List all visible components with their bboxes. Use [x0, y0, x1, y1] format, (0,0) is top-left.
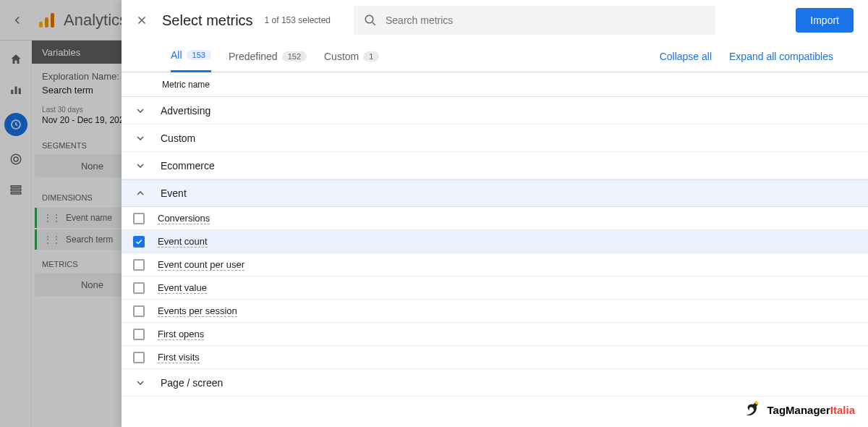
import-button[interactable]: Import [796, 8, 854, 33]
metric-row[interactable]: Event value [122, 276, 868, 300]
svg-rect-1 [45, 17, 48, 28]
bird-icon [743, 399, 763, 420]
back-button[interactable] [0, 0, 35, 41]
svg-rect-5 [18, 88, 20, 94]
chip-label: Event name [66, 213, 112, 223]
chevron-up-icon [133, 187, 148, 199]
metric-group-row[interactable]: Custom [122, 124, 868, 152]
metric-label: First opens [158, 329, 204, 340]
product-title: Analytics [64, 11, 127, 30]
tab-label: Predefined [229, 51, 278, 62]
group-name: Advertising [161, 105, 210, 117]
svg-rect-11 [11, 193, 21, 194]
checkbox[interactable] [133, 236, 145, 248]
column-header-metric-name: Metric name [122, 72, 868, 97]
search-icon [364, 14, 377, 27]
group-name: Custom [161, 132, 195, 144]
metric-row[interactable]: Event count per user [122, 253, 868, 276]
collapse-all-link[interactable]: Collapse all [660, 51, 712, 62]
group-name: Event [161, 187, 187, 199]
metric-label: Events per session [158, 305, 237, 317]
metric-row[interactable]: First opens [122, 323, 868, 346]
metric-label: Event count [158, 236, 208, 248]
left-nav-rail [0, 41, 32, 427]
explore-icon[interactable] [4, 113, 27, 136]
advertising-icon[interactable] [9, 152, 23, 166]
metric-list: AdvertisingCustomEcommerceEventConversio… [122, 97, 868, 427]
checkbox[interactable] [133, 259, 145, 271]
metric-label: First visits [158, 352, 200, 363]
svg-rect-4 [14, 87, 17, 95]
chevron-down-icon [133, 377, 148, 389]
select-metrics-dialog: Select metrics 1 of 153 selected Import … [122, 0, 868, 427]
checkbox[interactable] [133, 329, 145, 340]
analytics-logo-icon [38, 12, 55, 29]
ga-logo-lockup: Analytics [35, 11, 127, 30]
tab-count: 152 [282, 51, 307, 62]
chip-label: Search term [66, 234, 113, 245]
metric-row[interactable]: Conversions [122, 207, 868, 230]
metric-label: Event count per user [158, 259, 244, 271]
svg-point-7 [11, 154, 21, 164]
metric-group-row[interactable]: Page / screen [122, 369, 868, 397]
metric-label: Event value [158, 282, 207, 294]
tab-all[interactable]: All 153 [171, 41, 211, 72]
metric-label: Conversions [158, 213, 210, 224]
metric-group-row[interactable]: Ecommerce [122, 152, 868, 179]
configure-icon[interactable] [9, 182, 23, 197]
metric-row[interactable]: Events per session [122, 300, 868, 323]
chevron-down-icon [133, 132, 148, 144]
checkbox[interactable] [133, 213, 145, 224]
svg-point-8 [14, 157, 18, 161]
svg-rect-2 [51, 13, 54, 28]
tab-predefined[interactable]: Predefined 152 [229, 41, 307, 72]
metric-group-row[interactable]: Advertising [122, 97, 868, 124]
home-icon[interactable] [9, 52, 23, 67]
group-name: Page / screen [161, 377, 223, 389]
footer-brand: TagManagerItalia [743, 399, 855, 420]
chevron-down-icon [133, 105, 148, 117]
checkbox[interactable] [133, 282, 145, 294]
svg-rect-3 [11, 90, 13, 94]
search-input[interactable] [386, 14, 705, 26]
search-field[interactable] [354, 6, 715, 35]
tab-label: Custom [324, 51, 359, 62]
close-icon[interactable] [130, 9, 153, 32]
svg-rect-0 [39, 22, 43, 28]
svg-rect-9 [11, 186, 21, 187]
reports-icon[interactable] [9, 83, 23, 97]
selection-count: 1 of 153 selected [265, 15, 331, 25]
metric-group-row[interactable]: Event [122, 179, 868, 207]
tab-count: 1 [363, 51, 379, 62]
tab-count: 153 [187, 50, 211, 60]
chevron-down-icon [133, 160, 148, 172]
drag-handle-icon: ⋮⋮ [43, 234, 60, 245]
tab-custom[interactable]: Custom 1 [324, 41, 379, 72]
dialog-title: Select metrics [162, 12, 253, 29]
metric-row[interactable]: First visits [122, 346, 868, 369]
metric-row[interactable]: Event count [122, 230, 868, 253]
group-name: Ecommerce [161, 160, 215, 172]
checkbox[interactable] [133, 305, 145, 317]
svg-rect-10 [11, 189, 21, 190]
expand-compatibles-link[interactable]: Expand all compatibles [729, 51, 833, 62]
drag-handle-icon: ⋮⋮ [43, 212, 60, 224]
checkbox[interactable] [133, 352, 145, 363]
tab-label: All [171, 49, 182, 61]
svg-point-12 [365, 15, 373, 23]
